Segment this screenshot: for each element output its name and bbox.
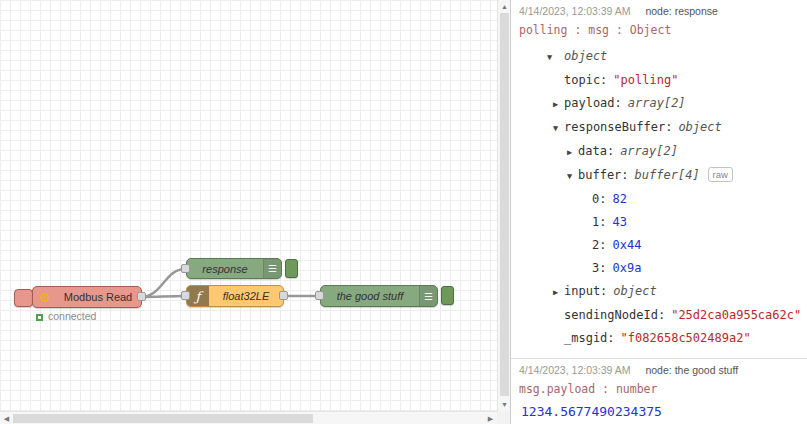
chevron-down-icon[interactable]: ▼ bbox=[553, 117, 564, 140]
wire-modbus-response[interactable] bbox=[141, 269, 185, 297]
debug-timestamp: 4/14/2023, 12:03:39 AM bbox=[519, 364, 631, 376]
debug-source-node: node: the good stuff bbox=[645, 364, 738, 376]
response-node-label: response bbox=[187, 263, 263, 275]
debug-sidebar: 4/14/2023, 12:03:39 AM node: response po… bbox=[510, 0, 807, 424]
function-node-label: float32LE bbox=[209, 290, 283, 302]
flow-canvas[interactable]: ⚙ Modbus Read connected response ☰ ƒ flo… bbox=[0, 0, 497, 411]
output-port-modbus[interactable] bbox=[137, 292, 146, 301]
debug-list-icon: ☰ bbox=[263, 259, 281, 278]
scrollbar-corner bbox=[497, 411, 510, 424]
node-status-text: connected bbox=[48, 310, 96, 322]
input-port-func[interactable] bbox=[181, 291, 190, 300]
tree-row[interactable]: ▶input:object bbox=[517, 280, 801, 304]
tree-row[interactable]: 2:0x44 bbox=[517, 234, 801, 257]
tree-row[interactable]: ▶payload:array[2] bbox=[517, 92, 801, 116]
debug-timestamp: 4/14/2023, 12:03:39 AM bbox=[519, 5, 631, 17]
scroll-right-icon[interactable]: ▶ bbox=[484, 412, 497, 424]
output-port-func[interactable] bbox=[279, 291, 288, 300]
function-icon: ƒ bbox=[187, 286, 209, 306]
debug-msg-path: polling : msg : Object bbox=[517, 23, 801, 37]
chevron-right-icon[interactable]: ▶ bbox=[567, 141, 578, 164]
gear-icon: ⚙ bbox=[33, 287, 55, 307]
tree-row[interactable]: _msgid:"f082658c502489a2" bbox=[517, 327, 801, 350]
tree-row[interactable]: sendingNodeId:"25d2ca0a955ca62c" bbox=[517, 304, 801, 327]
horizontal-scroll-thumb[interactable] bbox=[13, 414, 313, 423]
node-red-window: ⚙ Modbus Read connected response ☰ ƒ flo… bbox=[0, 0, 807, 424]
debug-source-node: node: response bbox=[645, 5, 717, 17]
vertical-scroll-thumb[interactable] bbox=[500, 13, 509, 396]
tree-row[interactable]: ▶data:array[2] bbox=[517, 140, 801, 164]
debug-message: 4/14/2023, 12:03:39 AM node: the good st… bbox=[511, 358, 807, 424]
debug-list-icon: ☰ bbox=[419, 286, 437, 306]
tree-row[interactable]: ▼buffer:buffer[4]raw bbox=[517, 164, 801, 188]
input-port-good-stuff[interactable] bbox=[315, 291, 324, 300]
tree-row[interactable]: 0:82 bbox=[517, 188, 801, 211]
tree-row[interactable]: 1:43 bbox=[517, 211, 801, 234]
tree-row[interactable]: ▼object bbox=[517, 45, 801, 69]
modbus-node-label: Modbus Read bbox=[55, 291, 141, 303]
canvas-horizontal-scrollbar[interactable]: ◀ ▶ bbox=[0, 411, 497, 424]
debug-payload-value: 1234.5677490234375 bbox=[517, 396, 801, 421]
debug-message-meta: 4/14/2023, 12:03:39 AM node: the good st… bbox=[517, 364, 801, 376]
debug-node-good-stuff[interactable]: the good stuff ☰ bbox=[320, 285, 438, 307]
modbus-read-node[interactable]: ⚙ Modbus Read bbox=[32, 286, 142, 308]
debug-message: 4/14/2023, 12:03:39 AM node: response po… bbox=[511, 0, 807, 358]
debug-msg-path: msg.payload : number bbox=[517, 382, 801, 396]
debug-toggle-button-good-stuff[interactable] bbox=[441, 286, 454, 305]
debug-message-meta: 4/14/2023, 12:03:39 AM node: response bbox=[517, 5, 801, 17]
chevron-right-icon[interactable]: ▶ bbox=[553, 281, 564, 304]
tree-row[interactable]: topic:"polling" bbox=[517, 69, 801, 92]
debug-toggle-button-response[interactable] bbox=[285, 259, 298, 278]
input-port-response[interactable] bbox=[181, 264, 190, 273]
function-node-float32le[interactable]: ƒ float32LE bbox=[186, 285, 284, 307]
chevron-right-icon[interactable]: ▶ bbox=[553, 93, 564, 116]
node-status-icon bbox=[36, 314, 43, 321]
junction-node[interactable] bbox=[14, 289, 33, 307]
chevron-down-icon[interactable]: ▼ bbox=[567, 165, 578, 188]
canvas-vertical-scrollbar[interactable]: ▲ ▼ bbox=[497, 0, 510, 411]
tree-row[interactable]: 3:0x9a bbox=[517, 257, 801, 280]
wire-modbus-func[interactable] bbox=[141, 296, 185, 297]
object-tree: ▼object topic:"polling" ▶payload:array[2… bbox=[517, 45, 801, 350]
scroll-left-icon[interactable]: ◀ bbox=[0, 412, 13, 424]
wires bbox=[0, 0, 497, 411]
chevron-down-icon[interactable]: ▼ bbox=[547, 46, 558, 69]
debug-node-response[interactable]: response ☰ bbox=[186, 258, 282, 279]
good-stuff-node-label: the good stuff bbox=[321, 290, 419, 302]
raw-button[interactable]: raw bbox=[708, 167, 733, 182]
tree-row[interactable]: ▼responseBuffer:object bbox=[517, 116, 801, 140]
